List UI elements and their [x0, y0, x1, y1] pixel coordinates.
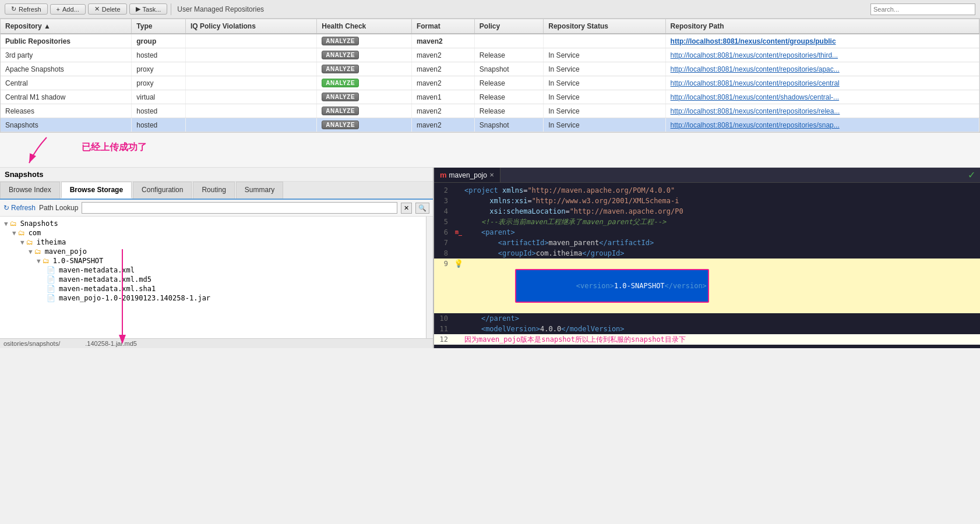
repo-path-link[interactable]: http://localhost:8081/nexus/content/repo…	[671, 65, 840, 73]
code-line-12: 12 因为maven_pojo版本是snapshot所以上传到私服的snapsh…	[434, 334, 980, 345]
col-iq-violations[interactable]: IQ Policy Violations	[186, 19, 317, 34]
delete-button[interactable]: ✕ Delete	[88, 3, 127, 15]
folder-icon: 📄	[47, 294, 55, 302]
tree-node-maven-pojo[interactable]: ▼ 🗂 maven_pojo	[2, 247, 424, 256]
table-row[interactable]: Central proxy ANALYZE maven2 Release In …	[1, 76, 979, 90]
cell-path: http://localhost:8081/nexus/content/shad…	[665, 90, 979, 104]
repo-path-link[interactable]: http://localhost:8081/nexus/content/repo…	[671, 107, 840, 115]
status-bar: ositories/snapshots/ .140258-1.jar.md5	[0, 338, 433, 348]
search-input[interactable]	[870, 3, 975, 15]
cell-health: ANALYZE	[317, 118, 412, 132]
success-annotation: 已经上传成功了	[82, 141, 147, 154]
table-row[interactable]: Central M1 shadow virtual ANALYZE maven1…	[1, 90, 979, 104]
tree-node-icon: ▼	[29, 248, 33, 256]
tab-routing[interactable]: Routing	[193, 182, 234, 199]
col-repository[interactable]: Repository ▲	[1, 19, 132, 34]
add-button[interactable]: + Add...	[50, 4, 86, 15]
cell-format: maven2	[411, 76, 474, 90]
cell-iq	[186, 62, 317, 76]
repo-path-link[interactable]: http://localhost:8081/nexus/content/shad…	[671, 93, 840, 101]
tree-node-maven-pojo-1-0-20190123-140258-1-jar[interactable]: 📄 maven_pojo-1.0-20190123.140258-1.jar	[2, 293, 424, 303]
tab-summary[interactable]: Summary	[236, 182, 283, 199]
tab-browse-index[interactable]: Browse Index	[0, 182, 60, 199]
code-line-6: 6 m̲ <parent>	[434, 227, 980, 238]
tree-node-1-0-snapshot[interactable]: ▼ 🗂 1.0-SNAPSHOT	[2, 256, 424, 265]
toolbar-separator	[171, 3, 171, 15]
maven-icon: m	[440, 171, 447, 179]
col-type[interactable]: Type	[132, 19, 186, 34]
cell-type: hosted	[132, 48, 186, 62]
code-line-10: 10 </parent>	[434, 313, 980, 324]
refresh-button[interactable]: ↻ Refresh	[5, 3, 48, 15]
tree-node-maven-metadata-xml-md5[interactable]: 📄 maven-metadata.xml.md5	[2, 275, 424, 284]
table-row[interactable]: 3rd party hosted ANALYZE maven2 Release …	[1, 48, 979, 62]
cell-health: ANALYZE	[317, 48, 412, 62]
table-row[interactable]: Apache Snapshots proxy ANALYZE maven2 Sn…	[1, 62, 979, 76]
clear-path-button[interactable]: ✕	[401, 203, 412, 214]
tab-browse-storage[interactable]: Browse Storage	[61, 182, 132, 199]
cell-iq	[186, 104, 317, 118]
tree-node-maven-metadata-xml[interactable]: 📄 maven-metadata.xml	[2, 265, 424, 275]
delete-icon: ✕	[94, 5, 100, 13]
search-path-button[interactable]: 🔍	[415, 203, 429, 214]
cell-repo-name: 3rd party	[1, 48, 132, 62]
tree-node-label: itheima	[37, 238, 66, 246]
tree-node-snapshots[interactable]: ▼ 🗂 Snapshots	[2, 219, 424, 228]
cell-path: http://localhost:8081/nexus/content/grou…	[665, 34, 979, 48]
table-row[interactable]: Releases hosted ANALYZE maven2 Release I…	[1, 104, 979, 118]
path-lookup-input[interactable]	[82, 202, 397, 214]
cell-health: ANALYZE	[317, 34, 412, 48]
cell-policy	[474, 34, 543, 48]
tree-node-itheima[interactable]: ▼ 🗂 itheima	[2, 238, 424, 247]
tabs-bar: Browse Index Browse Storage Configuratio…	[0, 182, 433, 200]
folder-icon: 🗂	[26, 238, 33, 246]
repo-path-link[interactable]: http://localhost:8081/nexus/content/repo…	[671, 51, 838, 59]
folder-icon: 🗂	[43, 257, 50, 265]
analyze-button[interactable]: ANALYZE	[322, 93, 359, 101]
cell-iq	[186, 76, 317, 90]
analyze-button[interactable]: ANALYZE	[322, 65, 359, 73]
cell-status: In Service	[544, 48, 665, 62]
task-icon: ▶	[136, 5, 140, 13]
code-line-9: 9 💡 <version>1.0-SNAPSHOT</version>	[434, 259, 980, 313]
code-line-3: 3 xmlns:xsi="http://www.w3.org/2001/XMLS…	[434, 196, 980, 206]
cell-policy: Release	[474, 48, 543, 62]
analyze-button[interactable]: ANALYZE	[322, 79, 359, 87]
col-health-check[interactable]: Health Check	[317, 19, 412, 34]
tree-node-com[interactable]: ▼ 🗂 com	[2, 228, 424, 238]
tree-scrollbar[interactable]	[426, 217, 433, 338]
folder-icon: 📄	[47, 275, 55, 284]
table-row[interactable]: Snapshots hosted ANALYZE maven2 Snapshot…	[1, 118, 979, 132]
col-policy[interactable]: Policy	[474, 19, 543, 34]
repo-path-link[interactable]: http://localhost:8081/nexus/content/repo…	[671, 121, 840, 129]
cell-repo-name: Central	[1, 76, 132, 90]
tree-node-maven-metadata-xml-sha1[interactable]: 📄 maven-metadata.xml.sha1	[2, 284, 424, 293]
add-icon: +	[57, 6, 60, 13]
code-line-2: 2 <project xmlns="http://maven.apache.or…	[434, 185, 980, 196]
analyze-button[interactable]: ANALYZE	[322, 121, 359, 129]
tree-node-icon: ▼	[12, 229, 16, 237]
cell-type: hosted	[132, 104, 186, 118]
table-row[interactable]: Public Repositories group ANALYZE maven2…	[1, 34, 979, 48]
close-tab-button[interactable]: ✕	[489, 172, 494, 178]
analyze-button[interactable]: ANALYZE	[322, 51, 359, 59]
tab-configuration[interactable]: Configuration	[133, 182, 192, 199]
task-button[interactable]: ▶ Task...	[129, 3, 168, 15]
analyze-button[interactable]: ANALYZE	[322, 107, 359, 115]
code-line-11: 11 <modelVersion>4.0.0</modelVersion>	[434, 324, 980, 334]
col-format[interactable]: Format	[411, 19, 474, 34]
folder-icon: 📄	[47, 266, 55, 274]
cell-status: In Service	[544, 118, 665, 132]
cell-policy: Snapshot	[474, 118, 543, 132]
col-path[interactable]: Repository Path	[665, 19, 979, 34]
storage-refresh-button[interactable]: ↻ Refresh	[3, 204, 36, 212]
tree-node-icon: ▼	[37, 257, 41, 265]
tree-node-label: Snapshots	[20, 219, 58, 228]
cell-path: http://localhost:8081/nexus/content/repo…	[665, 48, 979, 62]
repo-path-link[interactable]: http://localhost:8081/nexus/content/grou…	[671, 37, 836, 45]
analyze-button[interactable]: ANALYZE	[322, 37, 359, 45]
editor-tab-maven-pojo[interactable]: m maven_pojo ✕	[434, 168, 500, 182]
cell-health: ANALYZE	[317, 62, 412, 76]
col-status[interactable]: Repository Status	[544, 19, 665, 34]
repo-path-link[interactable]: http://localhost:8081/nexus/content/repo…	[671, 79, 840, 87]
